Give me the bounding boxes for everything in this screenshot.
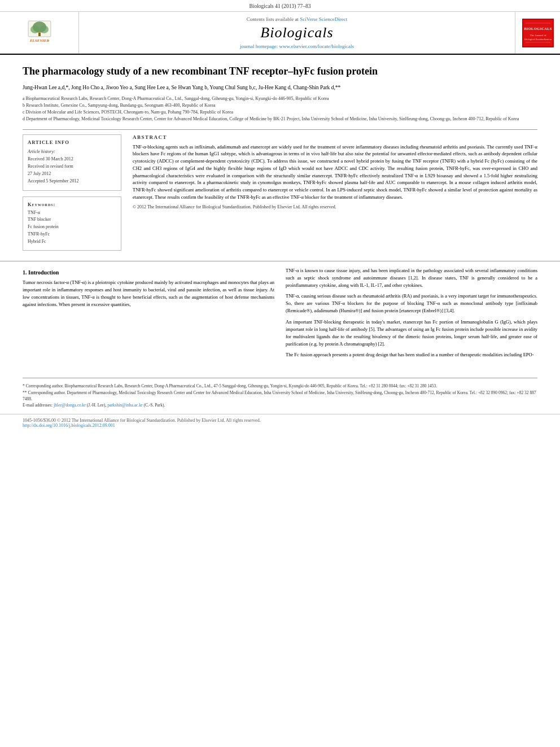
email-author-1: (J.-H. Lee), [87,403,107,408]
doi-line: http://dx.doi.org/10.1016/j.biologicals.… [23,423,537,428]
affiliations: a Biopharmaceutical Research Labs, Resea… [23,95,537,123]
article-info-title: ARTICLE INFO [28,139,116,145]
footnote-double-star: ** Corresponding author. Department of P… [23,390,537,403]
svg-rect-4 [38,33,41,36]
affiliation-d: d Department of Pharmacology, Medicinal … [23,116,537,123]
section-label: Introduction [28,269,59,276]
article-title: The pharmacology study of a new recombin… [23,65,537,78]
abstract-text: TNF-α-blocking agents such as infliximab… [133,143,537,201]
journal-citation-bar: Biologicals 41 (2013) 77–83 [0,0,560,12]
history-label: Article history: [28,148,116,155]
divider-1 [23,129,537,130]
article-info-column: ARTICLE INFO Article history: Received 3… [23,134,121,251]
body-col-left: 1. Introduction Tumor necrosis factor-α … [23,267,274,362]
intro-para-col2-4: The Fc fusion approach presents a potent… [286,351,537,359]
abstract-title: ABSTRACT [133,134,537,140]
body-two-col: 1. Introduction Tumor necrosis factor-α … [23,267,537,362]
svg-point-3 [40,25,49,33]
footnotes-section: * Corresponding author. Biopharmaceutica… [23,378,537,408]
authors-text: Jung-Hwan Lee a,d,*, Jong Ho Cho a, Jiwo… [23,85,340,90]
history-label-text: Article history: [28,149,55,154]
authors-line: Jung-Hwan Lee a,d,*, Jong Ho Cho a, Jiwo… [23,84,537,91]
revised-date: 27 July 2012 [28,171,116,177]
footnote-star: * Corresponding author. Biopharmaceutica… [23,383,537,389]
email-link-2[interactable]: parkshin@inha.ac.kr [107,403,142,408]
sciverse-text: Contents lists available at [247,16,300,22]
bottom-bar: 1045-1056/$36.00 © 2012 The Internationa… [0,414,560,431]
intro-col1-text: Tumor necrosis factor-α (TNF-α) is a ple… [23,279,274,309]
homepage-line: journal homepage: www.elsevier.com/locat… [240,43,354,49]
biologicals-badge-graphic: BIOLOGICALS The Journal of Biological St… [521,18,555,49]
journal-header: ELSEVIER Contents lists available at Sci… [0,12,560,55]
email-link-1[interactable]: jhlee@donga.co.kr [54,403,86,408]
keyword-1: TNF-α [28,209,116,217]
keyword-5: Hybrid Fc [28,238,116,246]
keyword-3: Fc fusion protein [28,224,116,231]
intro-para-1: Tumor necrosis factor-α (TNF-α) is a ple… [23,279,274,309]
abstract-column: ABSTRACT TNF-α-blocking agents such as i… [133,134,537,251]
accepted-date: Accepted 5 September 2012 [28,178,116,184]
homepage-link[interactable]: journal homepage: www.elsevier.com/locat… [240,43,354,49]
intro-para-col2-2: TNF-α, causing serious disease such as r… [286,292,537,315]
sciverse-link[interactable]: SciVerse ScienceDirect [300,16,347,22]
keywords-box: Keywords: TNF-α TNF blocker Fc fusion pr… [23,196,121,251]
info-abstract-section: ARTICLE INFO Article history: Received 3… [23,134,537,251]
body-content: 1. Introduction Tumor necrosis factor-α … [0,261,560,373]
section-number: 1. [23,269,27,276]
svg-text:BIOLOGICALS: BIOLOGICALS [524,27,552,30]
intro-para-col2-3: An important TNF-blocking therapeutic in… [286,318,537,348]
elsevier-logo-graphic: ELSEVIER [23,18,56,46]
elsevier-logo-section: ELSEVIER [0,12,79,54]
keyword-4: TNFR-hyFc [28,231,116,238]
revised-label: Received in revised form [28,163,116,169]
received-date: Received 30 March 2012 [28,156,116,162]
intro-para-col2-1: TNF-α is known to cause tissue injury, a… [286,267,537,290]
keywords-title: Keywords: [28,202,116,207]
article-content: The pharmacology study of a new recombin… [0,55,560,261]
intro-section-title: 1. Introduction [23,269,274,276]
issn-text: 1045-1056/$36.00 © 2012 The Internationa… [23,418,537,423]
page: Biologicals 41 (2013) 77–83 ELSEVIER Con… [0,0,560,747]
affiliation-b: b Research Institute, Genexine Co., Samp… [23,102,537,109]
doi-link[interactable]: http://dx.doi.org/10.1016/j.biologicals.… [23,423,115,428]
copyright-line: © 2012 The International Alliance for Bi… [133,204,537,209]
keyword-2: TNF blocker [28,216,116,224]
affiliation-c: c Division of Molecular and Life Science… [23,109,537,116]
svg-point-2 [30,25,40,33]
email-author-2: (C.-S. Park). [143,403,165,408]
article-info-box: ARTICLE INFO Article history: Received 3… [23,134,121,191]
svg-text:The Journal of: The Journal of [530,34,546,37]
body-col-right: TNF-α is known to cause tissue injury, a… [286,267,537,362]
sciverse-line: Contents lists available at SciVerse Sci… [247,16,348,22]
intro-col2-text: TNF-α is known to cause tissue injury, a… [286,267,537,359]
email-label: E-mail addresses: [23,403,54,408]
journal-name-section: Contents lists available at SciVerse Sci… [79,12,515,54]
journal-citation: Biologicals 41 (2013) 77–83 [250,3,311,9]
journal-badge-section: BIOLOGICALS The Journal of Biological St… [515,12,560,54]
affiliation-a: a Biopharmaceutical Research Labs, Resea… [23,95,537,102]
svg-text:Biological Standardization: Biological Standardization [524,38,552,41]
footnote-email: E-mail addresses: jhlee@donga.co.kr (J.-… [23,402,537,408]
svg-text:ELSEVIER: ELSEVIER [29,38,49,43]
journal-title: Biologicals [260,24,333,41]
